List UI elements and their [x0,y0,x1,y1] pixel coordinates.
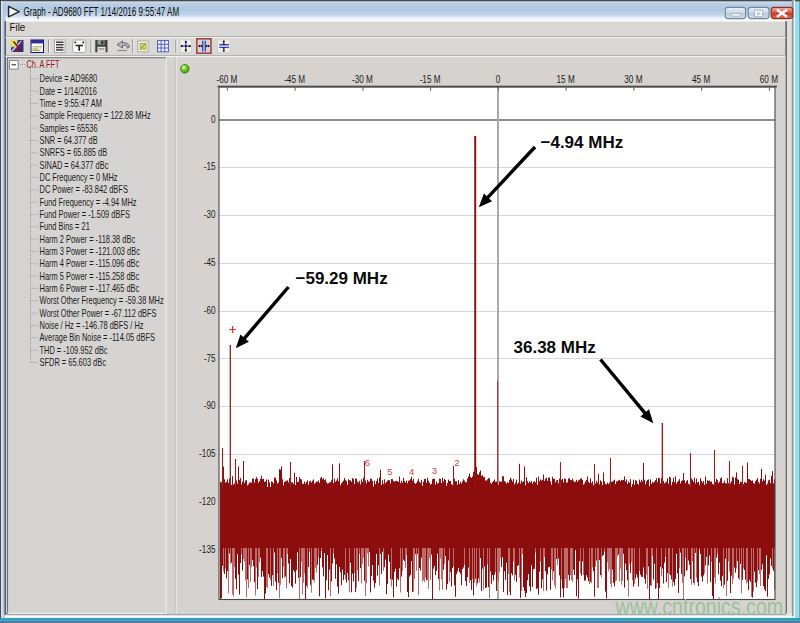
svg-text:SFDR = 65.603 dBc: SFDR = 65.603 dBc [40,357,107,369]
svg-text:Noise / Hz = -146.78 dBFS / Hz: Noise / Hz = -146.78 dBFS / Hz [40,320,144,332]
svg-text:Samples = 65536: Samples = 65536 [40,122,98,134]
svg-text:Harm 5 Power = -115.258 dBc: Harm 5 Power = -115.258 dBc [40,270,140,282]
svg-text:-30 M: -30 M [352,73,373,85]
svg-text:Date = 1/14/2016: Date = 1/14/2016 [40,85,97,97]
svg-text:Harm 6 Power = -117.465 dBc: Harm 6 Power = -117.465 dBc [40,283,140,295]
svg-text:0: 0 [496,73,501,85]
svg-text:Sample Frequency = 122.88 MHz: Sample Frequency = 122.88 MHz [40,110,151,122]
svg-text:36.38 MHz: 36.38 MHz [514,338,596,357]
svg-text:30 M: 30 M [624,73,642,85]
svg-text:6: 6 [365,457,370,468]
svg-text:-30: -30 [204,208,216,220]
svg-text:Harm 3 Power = -121.003 dBc: Harm 3 Power = -121.003 dBc [40,246,141,258]
svg-text:-45: -45 [204,256,216,268]
svg-text:4: 4 [409,466,414,477]
svg-text:Device = AD9680: Device = AD9680 [40,73,98,85]
svg-text:-15 M: -15 M [420,73,441,85]
svg-text:5: 5 [387,466,392,477]
svg-text:Harm 2 Power = -118.38 dBc: Harm 2 Power = -118.38 dBc [40,233,136,245]
svg-text:Fund Frequency = -4.94 MHz: Fund Frequency = -4.94 MHz [40,196,137,208]
svg-text:Worst Other Frequency = -59.38: Worst Other Frequency = -59.38 MHz [40,295,165,307]
svg-text:45 M: 45 M [692,73,710,85]
svg-text:www.cntronics.com: www.cntronics.com [615,592,784,620]
svg-text:−59.29 MHz: −59.29 MHz [296,269,388,288]
svg-text:Graph - AD9680 FFT 1/14/2016 9: Graph - AD9680 FFT 1/14/2016 9:55:47 AM [24,5,180,18]
svg-text:-45 M: -45 M [284,73,305,85]
svg-text:DC Power = -83.842 dBFS: DC Power = -83.842 dBFS [40,184,128,196]
svg-text:-135: -135 [199,543,215,555]
svg-text:Worst Other Power = -67.112 dB: Worst Other Power = -67.112 dBFS [40,307,157,319]
svg-text:-60 M: -60 M [216,73,237,85]
svg-text:SNR = 64.377 dB: SNR = 64.377 dB [40,135,98,147]
svg-text:−4.94 MHz: −4.94 MHz [541,133,624,152]
svg-text:-90: -90 [204,399,216,411]
svg-text:0: 0 [211,113,216,125]
svg-text:Ch. A FFT: Ch. A FFT [27,59,60,71]
svg-text:60 M: 60 M [760,73,778,85]
svg-text:Fund Power = -1.509 dBFS: Fund Power = -1.509 dBFS [40,209,130,221]
svg-text:DC Frequency = 0 MHz: DC Frequency = 0 MHz [40,172,118,184]
svg-text:-120: -120 [199,495,215,507]
svg-text:-75: -75 [204,352,216,364]
svg-text:Time = 9:55:47 AM: Time = 9:55:47 AM [40,98,102,110]
svg-text:SINAD = 64.377 dBc: SINAD = 64.377 dBc [40,159,109,171]
svg-text:-15: -15 [204,160,216,172]
svg-text:Harm 4 Power = -115.096 dBc: Harm 4 Power = -115.096 dBc [40,258,140,270]
svg-text:Average Bin Noise = -114.05 dB: Average Bin Noise = -114.05 dBFS [40,332,155,344]
svg-text:-105: -105 [199,447,215,459]
svg-text:15 M: 15 M [557,73,575,85]
svg-text:Fund Bins = 21: Fund Bins = 21 [40,221,90,233]
svg-text:THD = -109.952 dBc: THD = -109.952 dBc [40,344,108,356]
svg-text:File: File [10,21,26,34]
svg-text:3: 3 [432,465,437,476]
svg-text:2: 2 [454,457,459,468]
svg-text:-60: -60 [204,304,216,316]
svg-text:SNRFS = 65.885 dB: SNRFS = 65.885 dB [40,147,108,159]
